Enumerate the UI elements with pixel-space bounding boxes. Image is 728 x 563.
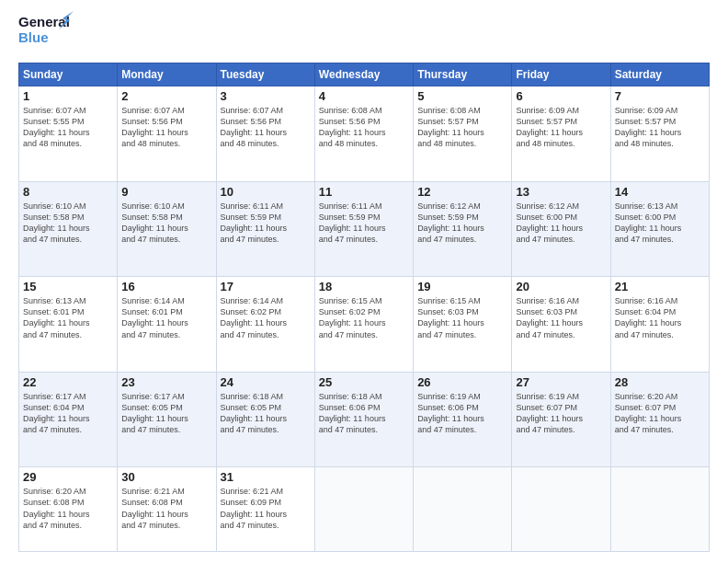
calendar-cell: 17Sunrise: 6:14 AM Sunset: 6:02 PM Dayli… xyxy=(216,277,314,373)
calendar-cell: 3Sunrise: 6:07 AM Sunset: 5:56 PM Daylig… xyxy=(216,86,314,182)
calendar-cell: 5Sunrise: 6:08 AM Sunset: 5:57 PM Daylig… xyxy=(414,86,512,182)
calendar-week-row: 1Sunrise: 6:07 AM Sunset: 5:55 PM Daylig… xyxy=(19,86,710,182)
calendar-cell: 28Sunrise: 6:20 AM Sunset: 6:07 PM Dayli… xyxy=(610,372,709,467)
calendar-cell: 10Sunrise: 6:11 AM Sunset: 5:59 PM Dayli… xyxy=(216,181,314,277)
cell-info: Sunrise: 6:08 AM Sunset: 5:56 PM Dayligh… xyxy=(319,105,409,150)
day-number: 31 xyxy=(221,470,311,484)
page: General Blue SundayMondayTuesdayWednesda… xyxy=(0,0,728,563)
calendar-week-row: 22Sunrise: 6:17 AM Sunset: 6:04 PM Dayli… xyxy=(19,372,710,467)
day-number: 15 xyxy=(23,280,113,293)
cell-info: Sunrise: 6:19 AM Sunset: 6:06 PM Dayligh… xyxy=(417,391,507,436)
cell-info: Sunrise: 6:14 AM Sunset: 6:01 PM Dayligh… xyxy=(121,295,211,340)
cell-info: Sunrise: 6:11 AM Sunset: 5:59 PM Dayligh… xyxy=(221,201,311,246)
cell-info: Sunrise: 6:17 AM Sunset: 6:05 PM Dayligh… xyxy=(121,391,211,436)
cell-info: Sunrise: 6:18 AM Sunset: 6:06 PM Dayligh… xyxy=(319,391,409,436)
day-number: 11 xyxy=(319,185,409,199)
calendar-cell: 6Sunrise: 6:09 AM Sunset: 5:57 PM Daylig… xyxy=(512,86,610,182)
calendar-cell xyxy=(610,467,709,552)
calendar-header-thursday: Thursday xyxy=(414,63,512,86)
day-number: 18 xyxy=(319,280,409,293)
calendar-cell: 22Sunrise: 6:17 AM Sunset: 6:04 PM Dayli… xyxy=(19,372,118,467)
day-number: 26 xyxy=(417,375,507,389)
calendar-week-row: 29Sunrise: 6:20 AM Sunset: 6:08 PM Dayli… xyxy=(19,467,710,552)
calendar-cell: 1Sunrise: 6:07 AM Sunset: 5:55 PM Daylig… xyxy=(19,86,118,182)
calendar-cell: 12Sunrise: 6:12 AM Sunset: 5:59 PM Dayli… xyxy=(414,181,512,277)
calendar-header-friday: Friday xyxy=(512,63,610,86)
calendar-cell: 26Sunrise: 6:19 AM Sunset: 6:06 PM Dayli… xyxy=(414,372,512,467)
day-number: 29 xyxy=(23,470,113,484)
cell-info: Sunrise: 6:09 AM Sunset: 5:57 PM Dayligh… xyxy=(615,105,705,150)
calendar-header-saturday: Saturday xyxy=(610,63,709,86)
day-number: 8 xyxy=(23,185,113,199)
cell-info: Sunrise: 6:08 AM Sunset: 5:57 PM Dayligh… xyxy=(417,105,507,150)
calendar-header-wednesday: Wednesday xyxy=(314,63,413,86)
calendar-cell xyxy=(414,467,512,552)
logo: General Blue xyxy=(18,15,66,53)
calendar-cell: 11Sunrise: 6:11 AM Sunset: 5:59 PM Dayli… xyxy=(314,181,413,277)
calendar-cell: 20Sunrise: 6:16 AM Sunset: 6:03 PM Dayli… xyxy=(512,277,610,373)
calendar-header-row: SundayMondayTuesdayWednesdayThursdayFrid… xyxy=(19,63,710,86)
calendar-cell: 15Sunrise: 6:13 AM Sunset: 6:01 PM Dayli… xyxy=(19,277,118,373)
day-number: 17 xyxy=(221,280,311,293)
calendar-cell: 8Sunrise: 6:10 AM Sunset: 5:58 PM Daylig… xyxy=(19,181,118,277)
cell-info: Sunrise: 6:14 AM Sunset: 6:02 PM Dayligh… xyxy=(221,295,311,340)
calendar-cell: 24Sunrise: 6:18 AM Sunset: 6:05 PM Dayli… xyxy=(216,372,314,467)
calendar-week-row: 8Sunrise: 6:10 AM Sunset: 5:58 PM Daylig… xyxy=(19,181,710,277)
day-number: 24 xyxy=(221,375,311,389)
day-number: 7 xyxy=(615,89,705,103)
cell-info: Sunrise: 6:21 AM Sunset: 6:08 PM Dayligh… xyxy=(121,486,211,531)
cell-info: Sunrise: 6:16 AM Sunset: 6:04 PM Dayligh… xyxy=(615,295,705,340)
day-number: 25 xyxy=(319,375,409,389)
calendar-week-row: 15Sunrise: 6:13 AM Sunset: 6:01 PM Dayli… xyxy=(19,277,710,373)
cell-info: Sunrise: 6:20 AM Sunset: 6:07 PM Dayligh… xyxy=(615,391,705,436)
calendar-cell: 21Sunrise: 6:16 AM Sunset: 6:04 PM Dayli… xyxy=(610,277,709,373)
day-number: 27 xyxy=(516,375,606,389)
cell-info: Sunrise: 6:19 AM Sunset: 6:07 PM Dayligh… xyxy=(516,391,606,436)
day-number: 12 xyxy=(417,185,507,199)
day-number: 16 xyxy=(121,280,211,293)
day-number: 9 xyxy=(121,185,211,199)
cell-info: Sunrise: 6:13 AM Sunset: 6:00 PM Dayligh… xyxy=(615,201,705,246)
day-number: 2 xyxy=(121,89,211,103)
calendar-cell xyxy=(512,467,610,552)
calendar-cell: 4Sunrise: 6:08 AM Sunset: 5:56 PM Daylig… xyxy=(314,86,413,182)
calendar-cell: 13Sunrise: 6:12 AM Sunset: 6:00 PM Dayli… xyxy=(512,181,610,277)
cell-info: Sunrise: 6:10 AM Sunset: 5:58 PM Dayligh… xyxy=(23,201,113,246)
day-number: 3 xyxy=(221,89,311,103)
calendar-header-tuesday: Tuesday xyxy=(216,63,314,86)
calendar-cell: 2Sunrise: 6:07 AM Sunset: 5:56 PM Daylig… xyxy=(118,86,216,182)
calendar-cell: 27Sunrise: 6:19 AM Sunset: 6:07 PM Dayli… xyxy=(512,372,610,467)
day-number: 20 xyxy=(516,280,606,293)
day-number: 22 xyxy=(23,375,113,389)
calendar-header-monday: Monday xyxy=(118,63,216,86)
day-number: 6 xyxy=(516,89,606,103)
cell-info: Sunrise: 6:17 AM Sunset: 6:04 PM Dayligh… xyxy=(23,391,113,436)
calendar-cell: 7Sunrise: 6:09 AM Sunset: 5:57 PM Daylig… xyxy=(610,86,709,182)
day-number: 5 xyxy=(417,89,507,103)
calendar-cell: 29Sunrise: 6:20 AM Sunset: 6:08 PM Dayli… xyxy=(19,467,118,552)
bird-icon xyxy=(53,11,74,29)
cell-info: Sunrise: 6:07 AM Sunset: 5:55 PM Dayligh… xyxy=(23,105,113,150)
calendar-cell: 9Sunrise: 6:10 AM Sunset: 5:58 PM Daylig… xyxy=(118,181,216,277)
calendar-cell: 30Sunrise: 6:21 AM Sunset: 6:08 PM Dayli… xyxy=(118,467,216,552)
day-number: 21 xyxy=(615,280,705,293)
calendar-header-sunday: Sunday xyxy=(19,63,118,86)
cell-info: Sunrise: 6:12 AM Sunset: 5:59 PM Dayligh… xyxy=(417,201,507,246)
cell-info: Sunrise: 6:09 AM Sunset: 5:57 PM Dayligh… xyxy=(516,105,606,150)
cell-info: Sunrise: 6:13 AM Sunset: 6:01 PM Dayligh… xyxy=(23,295,113,340)
cell-info: Sunrise: 6:15 AM Sunset: 6:03 PM Dayligh… xyxy=(417,295,507,340)
calendar-cell: 16Sunrise: 6:14 AM Sunset: 6:01 PM Dayli… xyxy=(118,277,216,373)
day-number: 4 xyxy=(319,89,409,103)
header: General Blue xyxy=(18,15,710,53)
day-number: 23 xyxy=(121,375,211,389)
calendar-cell: 25Sunrise: 6:18 AM Sunset: 6:06 PM Dayli… xyxy=(314,372,413,467)
cell-info: Sunrise: 6:15 AM Sunset: 6:02 PM Dayligh… xyxy=(319,295,409,340)
day-number: 1 xyxy=(23,89,113,103)
day-number: 14 xyxy=(615,185,705,199)
cell-info: Sunrise: 6:11 AM Sunset: 5:59 PM Dayligh… xyxy=(319,201,409,246)
calendar-cell: 23Sunrise: 6:17 AM Sunset: 6:05 PM Dayli… xyxy=(118,372,216,467)
calendar-cell xyxy=(314,467,413,552)
cell-info: Sunrise: 6:12 AM Sunset: 6:00 PM Dayligh… xyxy=(516,201,606,246)
cell-info: Sunrise: 6:20 AM Sunset: 6:08 PM Dayligh… xyxy=(23,486,113,531)
day-number: 19 xyxy=(417,280,507,293)
